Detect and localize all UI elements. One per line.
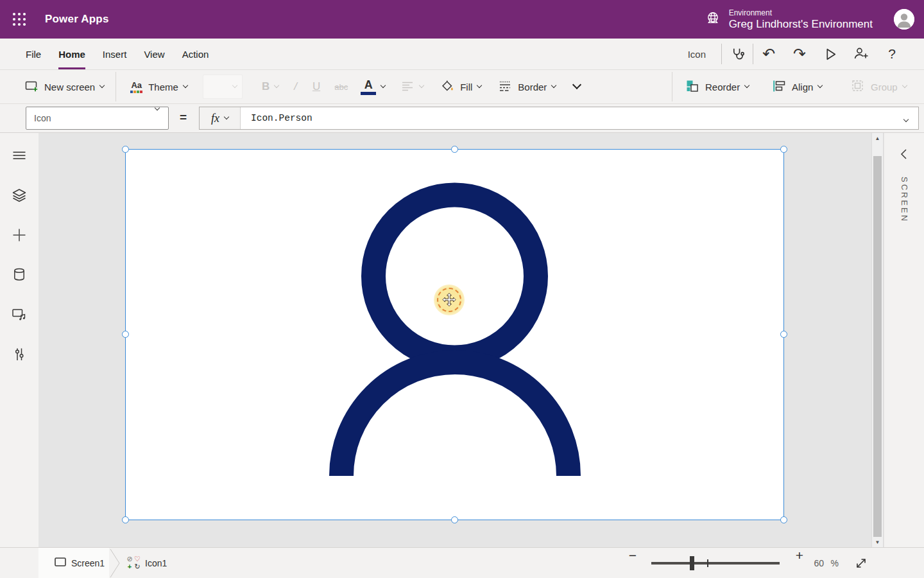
selection-handle-bottom-right[interactable] [780, 516, 787, 523]
status-bar: Screen1 ⊘♡ +↻ Icon1 − + 60 % [0, 547, 924, 578]
zoom-in-button[interactable]: + [796, 548, 803, 563]
chevron-down-icon [381, 83, 386, 88]
preview-play-icon[interactable] [815, 39, 846, 69]
zoom-slider[interactable] [651, 548, 780, 578]
property-dropdown[interactable]: Icon [26, 107, 169, 130]
panel-title-screen: SCREEN [900, 177, 909, 223]
zoom-percent-sign: % [831, 558, 839, 568]
new-screen-button[interactable]: New screen [24, 79, 104, 95]
zoom-slider-thumb[interactable] [690, 556, 694, 570]
person-icon-control[interactable] [126, 150, 783, 520]
selection-handle-top-right[interactable] [780, 146, 787, 153]
theme-icon: Aa [130, 81, 142, 93]
zoom-out-button[interactable]: − [629, 548, 637, 563]
zoom-slider-track[interactable] [651, 562, 780, 565]
move-cursor-highlight [434, 285, 465, 315]
selection-handle-bottom-center[interactable] [451, 516, 458, 523]
app-checker-icon[interactable] [722, 39, 753, 69]
icon1-item[interactable]: ⊘♡ +↻ Icon1 [126, 548, 167, 578]
border-label: Border [518, 82, 547, 92]
screen-icon [54, 556, 67, 570]
media-icon[interactable] [11, 306, 28, 323]
environment-name: Greg Lindhorst's Environment [729, 18, 873, 31]
menu-tab-insert[interactable]: Insert [103, 39, 127, 69]
waffle-menu-icon[interactable] [0, 0, 38, 39]
fx-button[interactable]: fx [200, 107, 241, 129]
chevron-down-icon [902, 83, 907, 88]
selection-handle-middle-left[interactable] [122, 331, 129, 338]
align-icon [772, 79, 786, 95]
align-button[interactable]: Align [772, 79, 822, 95]
chevron-down-icon [155, 105, 160, 110]
divider [116, 72, 116, 101]
underline-button: U [312, 80, 320, 93]
expand-panel-chevron-icon[interactable] [900, 148, 909, 162]
text-align-icon [400, 79, 415, 95]
environment-picker[interactable]: Environment Greg Lindhorst's Environment [705, 0, 873, 39]
chevron-down-icon [183, 83, 188, 88]
environment-label: Environment [729, 8, 873, 17]
selection-handle-middle-right[interactable] [780, 331, 787, 338]
share-person-add-icon[interactable] [846, 39, 877, 69]
menu-tab-view[interactable]: View [144, 39, 164, 69]
reorder-button[interactable]: Reorder [685, 79, 749, 95]
chevron-down-icon [224, 114, 229, 119]
chevron-down-icon [419, 83, 424, 88]
border-icon [498, 79, 512, 95]
scroll-up-arrow[interactable]: ▲ [872, 133, 883, 143]
fill-bucket-icon [440, 79, 454, 95]
font-size-dropdown [203, 74, 243, 99]
tree-view-layers-icon[interactable] [11, 187, 28, 204]
screen1-tab[interactable]: Screen1 [38, 548, 109, 578]
more-formatting-chevron-icon[interactable] [572, 80, 581, 89]
redo-icon[interactable]: ↷ [784, 39, 815, 69]
selected-control-type-label: Icon [688, 49, 706, 60]
advanced-tools-icon[interactable] [11, 346, 28, 363]
chevron-down-icon [232, 83, 237, 88]
selection-handle-bottom-left[interactable] [122, 516, 129, 523]
scrollbar-thumb[interactable] [873, 156, 882, 537]
canvas-area[interactable] [38, 133, 871, 547]
globe-icon [705, 10, 721, 29]
help-icon[interactable]: ? [877, 39, 907, 69]
account-avatar[interactable] [894, 9, 914, 30]
menu-tab-home[interactable]: Home [58, 39, 85, 69]
text-align-button [400, 79, 424, 95]
menu-tab-action[interactable]: Action [182, 39, 209, 69]
equals-sign: = [180, 110, 187, 125]
theme-button[interactable]: Aa Theme [130, 81, 187, 93]
left-rail [0, 133, 38, 547]
formula-input[interactable]: Icon.Person [241, 107, 918, 129]
screen-artboard[interactable] [126, 150, 783, 520]
bold-button: B [262, 80, 278, 93]
new-screen-icon [24, 79, 38, 95]
zoom-percentage-value: 60 [814, 558, 824, 568]
selection-handle-top-center[interactable] [451, 146, 458, 153]
fill-label: Fill [460, 82, 472, 92]
data-sources-icon[interactable] [11, 267, 28, 283]
insert-plus-icon[interactable] [11, 227, 28, 243]
selection-handle-top-left[interactable] [122, 146, 129, 153]
zoom-slider-default-tick [707, 559, 708, 567]
chevron-down-icon [817, 83, 823, 88]
divider [672, 72, 672, 101]
group-icon [851, 79, 865, 95]
menu-tab-file[interactable]: File [26, 39, 41, 69]
scroll-down-arrow[interactable]: ▼ [872, 537, 883, 547]
canvas-vertical-scrollbar[interactable]: ▲ ▼ [871, 133, 884, 547]
chevron-down-icon [99, 83, 105, 88]
border-button[interactable]: Border [498, 79, 556, 95]
fit-to-window-icon[interactable] [855, 557, 868, 572]
hamburger-menu-icon[interactable] [11, 147, 28, 164]
property-dropdown-value: Icon [34, 113, 51, 123]
formula-field: fx Icon.Person [199, 107, 919, 130]
properties-panel-collapsed: SCREEN [884, 133, 924, 547]
new-screen-label: New screen [44, 82, 95, 92]
app-title: Power Apps [45, 13, 109, 26]
undo-icon[interactable]: ↶ [753, 39, 784, 69]
italic-button: / [294, 80, 297, 93]
fx-label: fx [211, 112, 219, 125]
font-color-button[interactable]: A [361, 79, 385, 95]
font-color-icon: A [361, 79, 376, 95]
fill-button[interactable]: Fill [440, 79, 481, 95]
